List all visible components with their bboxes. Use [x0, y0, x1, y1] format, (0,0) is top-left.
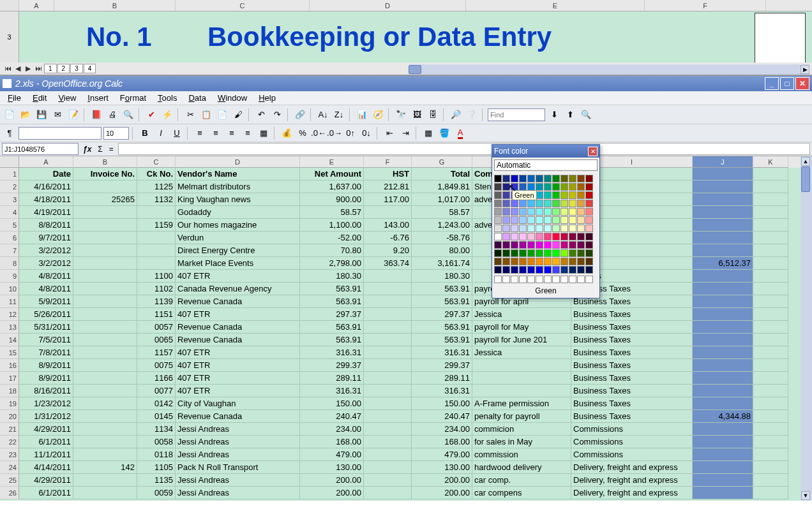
color-swatch[interactable]: [552, 233, 560, 240]
underline-button[interactable]: U: [170, 126, 184, 140]
cell[interactable]: car comp.: [472, 474, 571, 487]
decimal-add-icon[interactable]: .0←: [312, 126, 326, 140]
cell[interactable]: 180.30: [412, 270, 472, 283]
color-swatch[interactable]: [527, 175, 535, 182]
color-swatch[interactable]: [569, 175, 576, 182]
row-header[interactable]: 13: [0, 321, 19, 334]
color-swatch[interactable]: [560, 216, 568, 224]
color-swatch[interactable]: [536, 225, 543, 232]
col-header-G[interactable]: G: [412, 156, 472, 168]
cell[interactable]: 4/8/2011: [19, 270, 73, 283]
cell[interactable]: [73, 359, 137, 372]
color-swatch[interactable]: [511, 241, 518, 249]
cell[interactable]: Revenue Canada: [176, 410, 300, 423]
col-header-J[interactable]: J: [693, 156, 753, 168]
cell[interactable]: commicion: [472, 423, 571, 436]
color-swatch[interactable]: [544, 225, 552, 232]
cell[interactable]: 1134: [137, 423, 176, 436]
menu-insert[interactable]: Insert: [84, 92, 112, 103]
color-swatch[interactable]: [552, 216, 560, 224]
cell[interactable]: 0065: [137, 334, 176, 346]
cell[interactable]: 70.80: [300, 244, 364, 257]
cell[interactable]: [693, 385, 753, 397]
brush-icon[interactable]: 🖌: [231, 108, 245, 122]
cell[interactable]: -58.76: [412, 232, 472, 244]
cell[interactable]: 117.00: [364, 193, 412, 206]
minimize-button[interactable]: _: [765, 77, 779, 90]
cell[interactable]: 150.00: [300, 397, 364, 410]
color-swatch[interactable]: [544, 200, 552, 207]
color-swatch[interactable]: [502, 233, 510, 240]
color-swatch[interactable]: [585, 258, 593, 265]
undo-icon[interactable]: ↶: [254, 108, 268, 122]
cell[interactable]: Jessi Andreas: [176, 423, 300, 436]
cell[interactable]: King Vaughan news: [176, 193, 300, 206]
cell[interactable]: [364, 448, 412, 461]
cell[interactable]: [753, 206, 788, 219]
find-input[interactable]: [488, 108, 545, 121]
cell[interactable]: [693, 232, 753, 244]
color-swatch[interactable]: [511, 200, 518, 207]
color-swatch[interactable]: [536, 200, 543, 207]
row-header[interactable]: 22: [0, 436, 19, 448]
color-swatch[interactable]: [569, 258, 576, 265]
color-swatch[interactable]: [560, 208, 568, 216]
align-left-icon[interactable]: ≡: [193, 126, 207, 140]
close-button[interactable]: ✕: [795, 77, 809, 90]
cell[interactable]: [753, 334, 788, 346]
cell[interactable]: [693, 283, 753, 295]
cell[interactable]: [753, 232, 788, 244]
row-header[interactable]: 21: [0, 423, 19, 436]
cell[interactable]: 563.91: [300, 283, 364, 295]
col-header-B[interactable]: B: [73, 156, 137, 168]
row-header[interactable]: 26: [0, 487, 19, 499]
color-swatch[interactable]: [502, 191, 510, 199]
border-icon[interactable]: ▦: [421, 126, 435, 140]
color-swatch[interactable]: [519, 258, 527, 265]
cell[interactable]: [364, 461, 412, 474]
color-swatch[interactable]: [577, 200, 585, 207]
indent-dec-icon[interactable]: ⇤: [382, 126, 396, 140]
header-cell[interactable]: Total: [412, 168, 472, 180]
cell[interactable]: Delivery, freight and express: [571, 461, 693, 474]
color-swatch[interactable]: [544, 258, 552, 265]
cell[interactable]: 240.47: [300, 410, 364, 423]
tab-1[interactable]: 1: [44, 64, 57, 73]
cell[interactable]: 563.91: [300, 321, 364, 334]
color-swatch[interactable]: [511, 266, 518, 274]
new-icon[interactable]: 📄: [3, 108, 17, 122]
color-swatch[interactable]: [569, 233, 576, 240]
cell[interactable]: [693, 487, 753, 499]
cell[interactable]: [137, 232, 176, 244]
cell[interactable]: 563.91: [412, 283, 472, 295]
cell[interactable]: 289.11: [412, 372, 472, 385]
cell[interactable]: [693, 321, 753, 334]
cell[interactable]: 0059: [137, 487, 176, 499]
cell[interactable]: Canada Revenue Agency: [176, 283, 300, 295]
col-header-C[interactable]: C: [137, 156, 176, 168]
find-icon[interactable]: 🔭: [394, 108, 408, 122]
edit-icon[interactable]: 📝: [66, 108, 80, 122]
color-swatch[interactable]: [511, 216, 518, 224]
row-header[interactable]: 17: [0, 372, 19, 385]
color-swatch[interactable]: [544, 216, 552, 224]
color-swatch[interactable]: [494, 233, 502, 240]
cell[interactable]: [753, 372, 788, 385]
cell[interactable]: 9.20: [364, 244, 412, 257]
top-row-header[interactable]: 3: [0, 11, 19, 63]
cell[interactable]: 1151: [137, 308, 176, 321]
cell[interactable]: [73, 270, 137, 283]
cell[interactable]: 1139: [137, 295, 176, 308]
cell[interactable]: 8/9/2011: [19, 372, 73, 385]
cell[interactable]: 5/31/2011: [19, 321, 73, 334]
cell[interactable]: Jessica: [472, 346, 571, 359]
merge-icon[interactable]: ▦: [257, 126, 271, 140]
cell[interactable]: Revenue Canada: [176, 334, 300, 346]
cell[interactable]: 80.00: [412, 244, 472, 257]
cell[interactable]: [364, 397, 412, 410]
cell[interactable]: [364, 295, 412, 308]
cell[interactable]: Commissions: [571, 436, 693, 448]
color-swatch[interactable]: [536, 233, 543, 240]
cell[interactable]: [472, 359, 571, 372]
cell[interactable]: 7/8/2011: [19, 346, 73, 359]
